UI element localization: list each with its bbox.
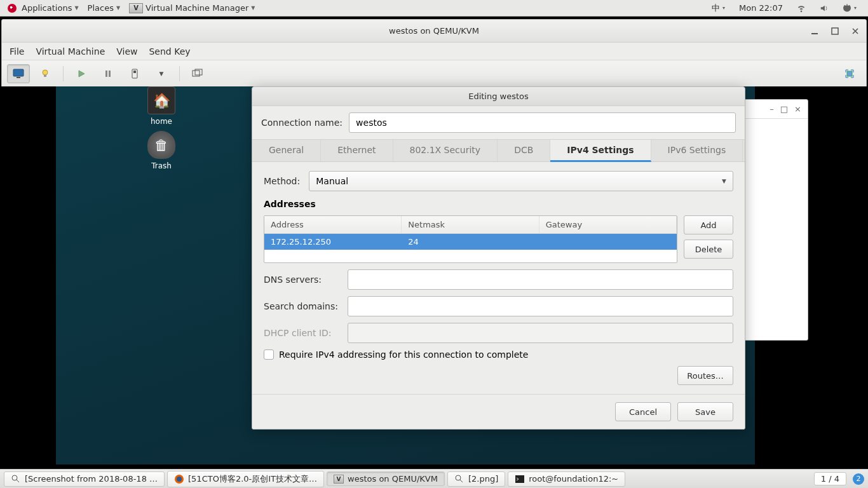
- tab-ipv6-settings[interactable]: IPv6 Settings: [651, 140, 743, 161]
- fullscreen-icon: [844, 68, 855, 79]
- task-label: [2.png]: [468, 474, 498, 484]
- delete-address-button[interactable]: Delete: [684, 240, 733, 259]
- power-indicator[interactable]: ▾: [839, 4, 860, 13]
- search-domains-input[interactable]: [348, 296, 733, 316]
- ime-indicator[interactable]: 中▾: [708, 3, 729, 14]
- workspace-label: 1 / 4: [821, 474, 839, 484]
- notification-badge[interactable]: 2: [853, 473, 864, 485]
- vm-window-title: westos on QEMU/KVM: [389, 26, 479, 36]
- require-ipv4-row[interactable]: Require IPv4 addressing for this connect…: [264, 349, 733, 360]
- svg-rect-3: [17, 77, 20, 78]
- shutdown-menu-button[interactable]: ▼: [150, 64, 173, 83]
- minimize-button[interactable]: [808, 24, 822, 38]
- menu-virtual-machine[interactable]: Virtual Machine: [36, 46, 105, 57]
- ipv4-form: DNS servers: Search domains: DHCP client…: [264, 269, 733, 343]
- svg-rect-9: [133, 71, 136, 73]
- task-label: [51CTO博客2.0-原创IT技术文章…: [188, 473, 317, 485]
- cancel-label: Cancel: [629, 407, 657, 417]
- addresses-label: Addresses: [264, 199, 733, 209]
- menu-send-key[interactable]: Send Key: [149, 46, 190, 57]
- ipv4-pane: Method: Manual ▼ Addresses Address Netma…: [252, 162, 745, 394]
- task-firefox[interactable]: [51CTO博客2.0-原创IT技术文章…: [167, 471, 324, 487]
- close-button[interactable]: [848, 24, 862, 38]
- badge-count: 2: [857, 475, 861, 483]
- vmm-menu[interactable]: V Virtual Machine Manager ▼: [125, 3, 259, 13]
- task-vmm-westos[interactable]: V westos on QEMU/KVM: [327, 471, 445, 486]
- dialog-title: Editing westos: [252, 87, 745, 106]
- method-select[interactable]: Manual ▼: [309, 171, 733, 191]
- address-row-empty: [264, 250, 677, 262]
- maximize-icon[interactable]: □: [780, 104, 788, 114]
- network-editor-dialog: Editing westos Connection name: General …: [252, 86, 745, 430]
- firefox-icon: [174, 474, 184, 484]
- vm-menubar: File Virtual Machine View Send Key: [2, 43, 866, 60]
- tab-dcb[interactable]: DCB: [498, 140, 550, 161]
- pause-button[interactable]: [97, 64, 119, 83]
- places-menu[interactable]: Places ▼: [84, 3, 125, 13]
- volume-indicator[interactable]: [816, 4, 832, 13]
- desktop-home-icon[interactable]: 🏠 home: [139, 86, 184, 126]
- chevron-down-icon: ▼: [722, 178, 726, 184]
- save-button[interactable]: Save: [677, 402, 733, 421]
- play-icon: [77, 69, 86, 78]
- close-icon[interactable]: ×: [794, 104, 801, 114]
- address-row-selected[interactable]: 172.25.12.250 24: [264, 234, 677, 250]
- svg-rect-12: [847, 71, 852, 76]
- menu-view[interactable]: View: [116, 46, 137, 57]
- svg-rect-5: [44, 75, 46, 77]
- add-address-button[interactable]: Add: [684, 215, 733, 234]
- task-2png[interactable]: [2.png]: [447, 471, 505, 487]
- details-view-button[interactable]: [34, 64, 57, 83]
- task-label: root@foundation12:~: [529, 474, 618, 484]
- close-icon: [851, 27, 859, 35]
- fullscreen-button[interactable]: [838, 64, 861, 83]
- volume-icon: [820, 4, 829, 13]
- addresses-table[interactable]: Address Netmask Gateway 172.25.12.250 24: [264, 215, 677, 263]
- svg-rect-0: [811, 33, 818, 34]
- ime-label: 中: [712, 3, 720, 14]
- svg-rect-17: [515, 475, 524, 483]
- places-label: Places: [88, 3, 114, 13]
- desktop-home-label: home: [139, 117, 184, 126]
- dns-servers-input[interactable]: [348, 269, 733, 290]
- tab-general[interactable]: General: [252, 140, 321, 161]
- monitor-icon: [13, 69, 24, 79]
- dialog-tabbar: General Ethernet 802.1X Security DCB IPv…: [252, 139, 745, 162]
- tab-ethernet[interactable]: Ethernet: [321, 140, 393, 161]
- menu-file[interactable]: File: [10, 46, 24, 57]
- routes-button[interactable]: Routes…: [677, 366, 733, 385]
- chevron-down-icon: ▾: [722, 5, 725, 11]
- connection-name-input[interactable]: [349, 112, 736, 133]
- task-label: [Screenshot from 2018-08-18 …: [25, 474, 158, 484]
- network-indicator[interactable]: [793, 4, 810, 13]
- col-gateway: Gateway: [539, 216, 677, 233]
- minimize-icon[interactable]: –: [770, 104, 774, 114]
- tab-8021x-security[interactable]: 802.1X Security: [393, 140, 498, 161]
- shutdown-button[interactable]: [123, 64, 146, 83]
- clock[interactable]: Mon 22:07: [735, 3, 787, 13]
- desktop-trash-icon[interactable]: 🗑 Trash: [139, 131, 184, 170]
- applications-menu[interactable]: Applications ▼: [4, 3, 83, 13]
- run-button[interactable]: [70, 64, 93, 83]
- desktop-trash-label: Trash: [139, 161, 184, 170]
- maximize-icon: [831, 27, 839, 35]
- host-taskbar: [Screenshot from 2018-08-18 … [51CTO博客2.…: [0, 469, 868, 488]
- task-terminal[interactable]: root@foundation12:~: [508, 471, 625, 487]
- workspace-indicator[interactable]: 1 / 4: [814, 472, 846, 485]
- maximize-button[interactable]: [828, 24, 842, 38]
- addresses-header: Address Netmask Gateway: [264, 216, 677, 234]
- console-view-button[interactable]: [7, 64, 30, 83]
- cancel-button[interactable]: Cancel: [615, 402, 671, 421]
- guest-desktop[interactable]: 🏠 home 🗑 Trash – □ × ouraged. . me Setti…: [56, 86, 755, 464]
- svg-rect-10: [193, 71, 200, 76]
- folder-icon: 🏠: [147, 86, 175, 114]
- snapshots-button[interactable]: [186, 64, 209, 83]
- svg-point-15: [177, 477, 182, 482]
- chevron-down-icon: ▼: [251, 5, 255, 11]
- task-screenshot[interactable]: [Screenshot from 2018-08-18 …: [4, 471, 165, 487]
- tab-ipv4-settings[interactable]: IPv4 Settings: [550, 140, 651, 162]
- require-ipv4-checkbox[interactable]: [264, 349, 274, 360]
- chevron-down-icon: ▾: [854, 5, 857, 11]
- cell-netmask: 24: [402, 234, 539, 250]
- vm-toolbar: ▼: [2, 60, 866, 87]
